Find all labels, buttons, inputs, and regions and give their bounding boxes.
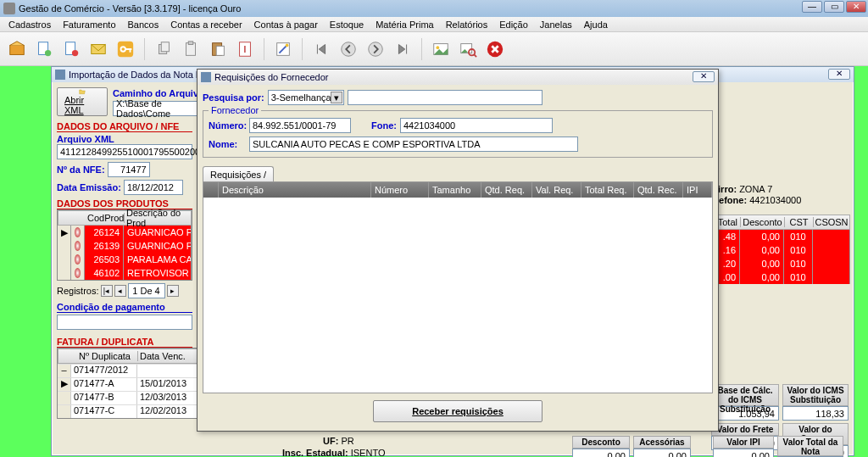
- menu-janelas[interactable]: Janelas: [535, 20, 577, 30]
- dup-row[interactable]: 071477-B12/03/2013: [58, 391, 198, 404]
- close-button[interactable]: ✕: [846, 1, 866, 13]
- tab-requisicoes[interactable]: Requisições /: [203, 166, 274, 181]
- tool-doc1-icon[interactable]: [32, 37, 56, 61]
- numero-field[interactable]: 84.992.551/0001-79: [249, 118, 351, 133]
- caminho-label: Caminho do Arquivo: [113, 88, 204, 98]
- col-descricao[interactable]: Descrição: [219, 182, 371, 198]
- nav-prev-icon[interactable]: [337, 37, 360, 61]
- reg-next-button[interactable]: ▸: [167, 285, 179, 297]
- nav-next-icon[interactable]: [364, 37, 387, 61]
- fornecedor-group: Fornecedor Número: 84.992.551/0001-79 Fo…: [203, 110, 713, 158]
- reg-first-button[interactable]: |◂: [101, 285, 113, 297]
- menu-edicao[interactable]: Edição: [494, 20, 533, 30]
- tool-copy-icon[interactable]: [152, 37, 175, 61]
- col-ipi[interactable]: IPI: [683, 182, 712, 198]
- cond-pagamento-label: Condição de pagamento: [57, 302, 192, 313]
- insc-value: ISENTO: [351, 448, 386, 457]
- tool-image-icon[interactable]: [429, 37, 453, 61]
- dup-row[interactable]: –071477/2012: [58, 364, 198, 377]
- right-row[interactable]: .200,00010: [706, 257, 850, 270]
- prod-row[interactable]: 26139GUARNICAO PA: [58, 239, 192, 253]
- col-tamanho[interactable]: Tamanho: [429, 182, 481, 198]
- receber-requisicoes-button[interactable]: Receber requisições: [373, 400, 542, 422]
- nav-last-icon[interactable]: [391, 37, 415, 61]
- tool-cancel-icon[interactable]: [483, 37, 507, 61]
- bairro-value: ZONA 7: [739, 184, 772, 194]
- menu-bancos[interactable]: Bancos: [123, 20, 164, 30]
- menu-cadastros[interactable]: Cadastros: [3, 20, 56, 30]
- pesquisa-value: 3-Semelhança: [271, 92, 331, 103]
- col-totalreq[interactable]: Total Req.: [581, 182, 634, 198]
- abrir-xml-button[interactable]: Abrir XML: [57, 87, 108, 116]
- menu-ajuda[interactable]: Ajuda: [579, 20, 613, 30]
- tool-box-icon[interactable]: [5, 37, 29, 61]
- menu-contas-pagar[interactable]: Contas à pagar: [249, 20, 323, 30]
- nav-first-icon[interactable]: [309, 37, 333, 61]
- col-codprod[interactable]: CodProd: [86, 213, 125, 223]
- mdi-close-button[interactable]: ✕: [828, 69, 850, 80]
- tool-key-icon[interactable]: [114, 37, 137, 61]
- desc-value: 0,00: [572, 449, 630, 457]
- col-cst[interactable]: CST: [785, 217, 814, 227]
- svg-point-4: [72, 49, 78, 55]
- vfrete-header: Valor do Frete: [711, 423, 779, 436]
- prod-row[interactable]: ▶26124GUARNICAO PA: [58, 226, 192, 239]
- arquivo-xml-value: 41121284992551000179550020000: [60, 147, 210, 157]
- menubar: Cadastros Faturamento Bancos Contas a re…: [0, 17, 868, 32]
- data-emissao-field[interactable]: 18/12/2012: [124, 180, 183, 195]
- tool-info-icon[interactable]: I: [233, 37, 257, 61]
- menu-relatorios[interactable]: Relatórios: [441, 20, 493, 30]
- col-csosn[interactable]: CSOSN: [814, 217, 849, 227]
- svg-point-17: [286, 43, 289, 47]
- col-qtdrec[interactable]: Qtd. Rec.: [634, 182, 683, 198]
- dup-row[interactable]: ▶071477-A15/01/2013: [58, 377, 198, 391]
- tool-doc2-icon[interactable]: [59, 37, 83, 61]
- window-title: Gestão de Comércio - Versão [3.3.179] - …: [19, 3, 241, 14]
- pesquisa-input[interactable]: [348, 90, 542, 105]
- right-row[interactable]: .000,00010: [706, 270, 850, 284]
- minimize-button[interactable]: —: [802, 1, 822, 13]
- fone-field[interactable]: 4421034000: [400, 118, 553, 133]
- col-nduplicata[interactable]: Nº Duplicata: [72, 351, 138, 361]
- maximize-button[interactable]: ▭: [824, 1, 844, 13]
- dup-row[interactable]: 071477-C12/02/2013: [58, 404, 198, 418]
- svg-point-2: [45, 49, 51, 55]
- pesquisa-select[interactable]: 3-Semelhança▾: [268, 90, 344, 105]
- menu-materia-prima[interactable]: Matéria Prima: [370, 20, 438, 30]
- uf-label: UF:: [323, 436, 338, 446]
- pesquisa-label: Pesquisa por:: [203, 92, 264, 103]
- fornecedor-legend: Fornecedor: [209, 105, 261, 115]
- nome-label: Nome:: [209, 139, 246, 149]
- right-row[interactable]: .160,00010: [706, 243, 850, 257]
- tool-wand-icon[interactable]: [271, 37, 295, 61]
- nfe-field[interactable]: 71477: [108, 162, 150, 177]
- col-qtdreq[interactable]: Qtd. Req.: [481, 182, 532, 198]
- req-grid-header: Descrição Número Tamanho Qtd. Req. Val. …: [203, 182, 712, 198]
- col-desconto[interactable]: Desconto: [741, 217, 785, 227]
- arquivo-xml-field[interactable]: 41121284992551000179550020000: [57, 144, 192, 159]
- tool-paste-icon[interactable]: [206, 37, 230, 61]
- menu-faturamento[interactable]: Faturamento: [58, 20, 120, 30]
- cond-pagamento-field[interactable]: [57, 315, 192, 330]
- registros-label: Registros:: [57, 286, 99, 296]
- col-datavenc[interactable]: Data Venc.: [138, 351, 198, 361]
- dialog-close-button[interactable]: ✕: [693, 71, 715, 82]
- tool-clip-icon[interactable]: [179, 37, 203, 61]
- caminho-field[interactable]: X:\Base de Dados\Come: [113, 101, 198, 116]
- menu-contas-receber[interactable]: Contas a receber: [165, 20, 247, 30]
- dialog-title: Requisições do Fornecedor: [214, 72, 329, 82]
- nome-field[interactable]: SULCANIA AUTO PECAS E COMP ESPORTIVA LTD…: [249, 137, 578, 152]
- tool-search-image-icon[interactable]: [456, 37, 480, 61]
- col-valreq[interactable]: Val. Req.: [532, 182, 581, 198]
- window-titlebar: Gestão de Comércio - Versão [3.3.179] - …: [0, 0, 868, 17]
- workspace: Importação de Dados da Nota Fiscal ... ✕…: [0, 66, 868, 457]
- right-row[interactable]: .480,00010: [706, 230, 850, 243]
- section-fatura-header: FATURA / DUPLICATA: [57, 337, 192, 348]
- tool-mail-icon[interactable]: [86, 37, 110, 61]
- col-numero[interactable]: Número: [371, 182, 429, 198]
- vipi-value: 0,00: [713, 449, 774, 457]
- prod-row[interactable]: 26503PARALAMA CAB: [58, 253, 192, 266]
- prod-row[interactable]: 46102RETROVISOR P: [58, 266, 192, 280]
- reg-prev-button[interactable]: ◂: [114, 285, 126, 297]
- menu-estoque[interactable]: Estoque: [325, 20, 369, 30]
